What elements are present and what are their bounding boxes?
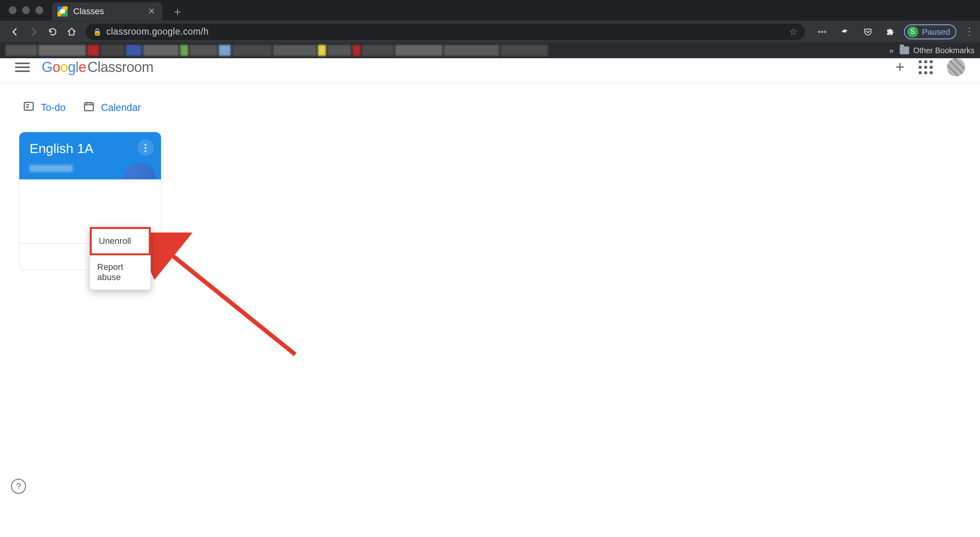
extensions-button[interactable] <box>883 24 899 40</box>
share-button[interactable] <box>837 24 853 40</box>
help-button[interactable]: ? <box>11 479 26 494</box>
class-card-header[interactable]: English 1A ⋯ <box>19 132 161 179</box>
class-teacher-blurred <box>30 165 73 172</box>
create-join-class-button[interactable]: + <box>895 58 904 76</box>
calendar-icon <box>83 100 95 114</box>
browser-toolbar: 🔒 classroom.google.com/h ☆ ••• S Paused … <box>0 20 980 42</box>
main-menu-button[interactable] <box>15 60 30 75</box>
profile-avatar-icon: S <box>907 26 918 37</box>
window-close-icon[interactable] <box>9 6 17 14</box>
class-options-menu: Unenroll Report abuse <box>90 227 151 290</box>
window-controls[interactable] <box>3 6 52 14</box>
address-bar[interactable]: 🔒 classroom.google.com/h ☆ <box>86 24 805 40</box>
lock-icon: 🔒 <box>93 28 102 36</box>
class-card-more-button[interactable]: ⋯ <box>137 139 154 156</box>
tab-title: Classes <box>73 6 104 17</box>
class-teacher-avatar <box>124 163 156 179</box>
bookmark-star-button[interactable]: ☆ <box>789 26 798 37</box>
tab-classes[interactable]: Classes ✕ <box>52 2 162 20</box>
tab-strip: Classes ✕ ＋ <box>0 0 980 20</box>
google-apps-button[interactable] <box>919 60 933 74</box>
class-title: English 1A <box>30 141 151 156</box>
todo-link[interactable]: To-do <box>23 100 66 114</box>
calendar-link[interactable]: Calendar <box>83 100 141 114</box>
forward-button[interactable] <box>26 24 42 40</box>
reload-button[interactable] <box>45 24 61 40</box>
app-header: GoogleClassroom + <box>0 52 980 83</box>
report-abuse-menu-item[interactable]: Report abuse <box>90 255 150 290</box>
url-text: classroom.google.com/h <box>106 26 209 37</box>
unenroll-menu-item[interactable]: Unenroll <box>90 227 151 255</box>
new-tab-button[interactable]: ＋ <box>172 4 183 20</box>
quick-access-bar: To-do Calendar <box>0 83 980 126</box>
toolbar-right: ••• S Paused ⋮ <box>813 24 974 40</box>
window-minimize-icon[interactable] <box>22 6 30 14</box>
home-button[interactable] <box>64 24 80 40</box>
header-right: + <box>895 58 965 76</box>
help-icon: ? <box>16 481 21 491</box>
classroom-app: GoogleClassroom + To-do Calendar <box>0 52 980 496</box>
site-info-button[interactable]: ••• <box>814 24 830 40</box>
profile-status: Paused <box>922 27 950 37</box>
browser-chrome: Classes ✕ ＋ 🔒 classroom.google.com/h ☆ •… <box>0 0 980 52</box>
pocket-button[interactable] <box>860 24 876 40</box>
browser-menu-button[interactable]: ⋮ <box>964 26 974 38</box>
account-avatar-button[interactable] <box>947 58 965 76</box>
svg-rect-1 <box>84 103 93 111</box>
window-maximize-icon[interactable] <box>35 6 43 14</box>
back-button[interactable] <box>7 24 23 40</box>
tab-close-button[interactable]: ✕ <box>132 6 155 17</box>
google-classroom-logo[interactable]: GoogleClassroom <box>42 59 153 76</box>
todo-label: To-do <box>41 102 66 113</box>
calendar-label: Calendar <box>101 102 141 113</box>
profile-chip[interactable]: S Paused <box>904 24 956 39</box>
classroom-favicon-icon <box>57 6 68 17</box>
todo-icon <box>23 100 35 114</box>
